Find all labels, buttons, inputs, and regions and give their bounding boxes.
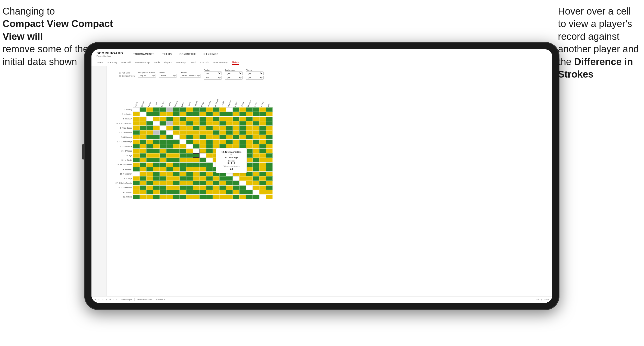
matrix-cell[interactable] bbox=[200, 121, 206, 126]
matrix-cell[interactable] bbox=[133, 153, 140, 158]
matrix-cell[interactable] bbox=[200, 172, 206, 176]
matrix-cell[interactable] bbox=[200, 153, 206, 158]
matrix-cell[interactable] bbox=[239, 140, 246, 144]
matrix-cell[interactable] bbox=[259, 121, 266, 126]
matrix-cell[interactable] bbox=[140, 186, 146, 190]
matrix-cell[interactable] bbox=[259, 190, 266, 194]
matrix-cell[interactable] bbox=[253, 121, 259, 126]
matrix-cell[interactable] bbox=[160, 121, 166, 126]
matrix-cell[interactable] bbox=[180, 186, 186, 190]
matrix-cell[interactable] bbox=[153, 149, 160, 153]
matrix-cell[interactable] bbox=[259, 167, 266, 171]
matrix-cell[interactable] bbox=[233, 176, 239, 181]
matrix-cell[interactable] bbox=[239, 181, 246, 185]
matrix-cell[interactable] bbox=[246, 107, 253, 112]
matrix-cell[interactable] bbox=[133, 190, 140, 194]
matrix-cell[interactable] bbox=[259, 135, 266, 139]
matrix-cell[interactable] bbox=[266, 149, 273, 153]
matrix-cell[interactable] bbox=[259, 181, 266, 185]
matrix-cell[interactable] bbox=[140, 163, 146, 167]
matrix-cell[interactable] bbox=[133, 144, 140, 149]
matrix-cell[interactable] bbox=[180, 153, 186, 158]
matrix-cell[interactable] bbox=[233, 130, 239, 135]
matrix-cell[interactable] bbox=[253, 135, 259, 139]
matrix-cell[interactable] bbox=[206, 140, 213, 144]
matrix-cell[interactable] bbox=[193, 121, 200, 126]
matrix-cell[interactable] bbox=[206, 195, 213, 199]
watch-button[interactable]: ⊙ Watch ▾ bbox=[156, 299, 165, 301]
matrix-cell[interactable] bbox=[226, 130, 233, 135]
matrix-cell[interactable] bbox=[173, 135, 180, 139]
matrix-cell[interactable] bbox=[153, 107, 160, 112]
matrix-cell[interactable] bbox=[160, 107, 166, 112]
matrix-cell[interactable] bbox=[253, 190, 259, 194]
zoom-in-button[interactable]: ⊕ bbox=[106, 299, 107, 301]
matrix-cell[interactable] bbox=[186, 121, 193, 126]
matrix-cell[interactable] bbox=[133, 107, 140, 112]
matrix-cell[interactable] bbox=[153, 135, 160, 139]
tab-h2h-heatmap[interactable]: H2H Heatmap bbox=[135, 60, 150, 65]
matrix-cell[interactable] bbox=[153, 181, 160, 185]
matrix-cell[interactable] bbox=[259, 140, 266, 144]
matrix-cell[interactable] bbox=[140, 144, 146, 149]
matrix-cell[interactable] bbox=[133, 186, 140, 190]
matrix-cell[interactable] bbox=[140, 153, 146, 158]
matrix-cell[interactable] bbox=[153, 153, 160, 158]
matrix-cell[interactable] bbox=[226, 186, 233, 190]
matrix-cell[interactable] bbox=[166, 140, 173, 144]
matrix-cell[interactable] bbox=[173, 112, 180, 116]
matrix-cell[interactable] bbox=[219, 181, 226, 185]
matrix-cell[interactable] bbox=[253, 153, 259, 158]
matrix-cell[interactable] bbox=[219, 130, 226, 135]
matrix-cell[interactable] bbox=[133, 158, 140, 162]
matrix-cell[interactable] bbox=[246, 167, 253, 171]
matrix-cell[interactable] bbox=[246, 117, 253, 121]
matrix-cell[interactable] bbox=[206, 144, 213, 149]
matrix-cell[interactable] bbox=[233, 195, 239, 199]
matrix-cell[interactable] bbox=[146, 176, 153, 181]
matrix-cell[interactable] bbox=[200, 195, 206, 199]
matrix-cell[interactable] bbox=[266, 181, 273, 185]
matrix-cell[interactable] bbox=[173, 195, 180, 199]
matrix-cell[interactable] bbox=[200, 117, 206, 121]
matrix-cell[interactable] bbox=[266, 135, 273, 139]
matrix-cell[interactable] bbox=[219, 140, 226, 144]
forward-button[interactable]: → bbox=[102, 299, 104, 301]
matrix-cell[interactable] bbox=[180, 144, 186, 149]
matrix-cell[interactable] bbox=[146, 195, 153, 199]
matrix-cell[interactable] bbox=[180, 195, 186, 199]
matrix-cell[interactable] bbox=[246, 153, 253, 158]
matrix-cell[interactable] bbox=[180, 176, 186, 181]
matrix-cell[interactable] bbox=[233, 117, 239, 121]
matrix-cell[interactable] bbox=[246, 181, 253, 185]
matrix-cell[interactable] bbox=[173, 140, 180, 144]
matrix-cell[interactable] bbox=[219, 117, 226, 121]
matrix-cell[interactable] bbox=[133, 172, 140, 176]
matrix-cell[interactable] bbox=[180, 158, 186, 162]
matrix-cell[interactable] bbox=[160, 135, 166, 139]
matrix-cell[interactable] bbox=[213, 126, 219, 130]
matrix-cell[interactable] bbox=[246, 112, 253, 116]
matrix-cell[interactable] bbox=[206, 158, 213, 162]
matrix-cell[interactable] bbox=[239, 126, 246, 130]
matrix-cell[interactable] bbox=[160, 117, 166, 121]
matrix-cell[interactable] bbox=[146, 181, 153, 185]
matrix-cell[interactable] bbox=[166, 135, 173, 139]
matrix-cell[interactable] bbox=[193, 172, 200, 176]
matrix-cell[interactable] bbox=[193, 126, 200, 130]
matrix-cell[interactable] bbox=[213, 121, 219, 126]
matrix-cell[interactable] bbox=[153, 117, 160, 121]
matrix-cell[interactable] bbox=[180, 126, 186, 130]
matrix-cell[interactable] bbox=[226, 190, 233, 194]
tab-summary2[interactable]: Summary bbox=[176, 60, 186, 65]
matrix-cell[interactable] bbox=[253, 144, 259, 149]
matrix-cell[interactable] bbox=[200, 163, 206, 167]
matrix-cell[interactable] bbox=[253, 117, 259, 121]
matrix-cell[interactable] bbox=[200, 140, 206, 144]
matrix-cell[interactable] bbox=[213, 190, 219, 194]
matrix-cell[interactable] bbox=[180, 163, 186, 167]
matrix-cell[interactable] bbox=[153, 195, 160, 199]
matrix-cell[interactable] bbox=[219, 121, 226, 126]
matrix-cell[interactable] bbox=[153, 172, 160, 176]
matrix-cell[interactable] bbox=[160, 140, 166, 144]
